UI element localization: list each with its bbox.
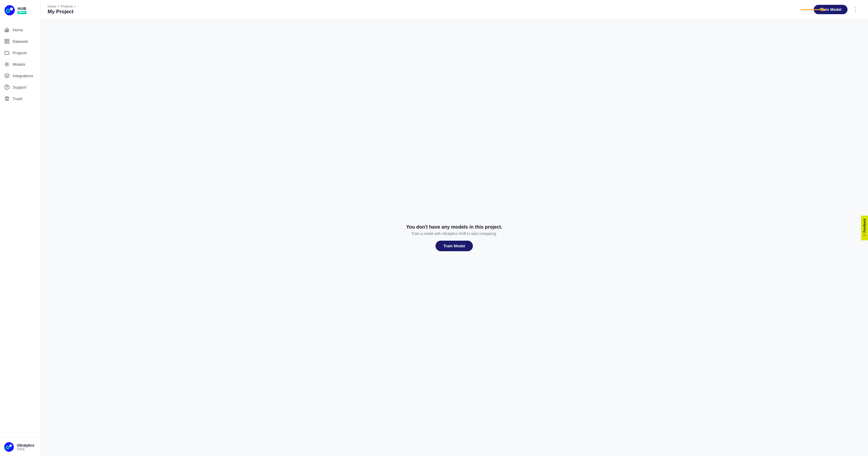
svg-rect-6 [5, 42, 6, 44]
logo-beta-badge: BETA [18, 11, 27, 14]
user-plan: FREE [17, 448, 34, 451]
logo-area[interactable]: HUB BETA [0, 0, 40, 22]
datasets-icon [4, 38, 10, 44]
svg-point-13 [9, 445, 12, 447]
user-footer[interactable]: Ultralytics FREE [0, 437, 40, 456]
svg-point-8 [6, 64, 8, 65]
projects-icon [4, 50, 10, 56]
avatar [4, 442, 14, 452]
svg-rect-4 [5, 39, 6, 41]
svg-point-9 [5, 85, 9, 90]
sidebar-item-support[interactable]: Support [0, 81, 40, 93]
header: Home > Projects > My Project Train Model… [40, 0, 868, 19]
user-info: Ultralytics FREE [17, 443, 34, 451]
trash-icon [4, 96, 10, 101]
empty-state-subtitle: Train a model with Ultralytics HUB to st… [411, 232, 497, 236]
sidebar-item-home-label: Home [13, 28, 23, 32]
breadcrumb-section: Home > Projects > My Project [48, 4, 76, 15]
logo-hub-label: HUB [18, 7, 27, 10]
ultralytics-logo-icon [4, 5, 15, 16]
sidebar-item-models[interactable]: Models [0, 58, 40, 70]
sidebar-item-projects[interactable]: Projects [0, 47, 40, 58]
svg-point-2 [10, 7, 13, 10]
feedback-emoji: 😊 [863, 234, 866, 237]
sidebar: HUB BETA Home Datasets Projects [0, 0, 40, 456]
more-options-button[interactable]: ⋮ [850, 5, 861, 14]
sidebar-item-integrations-label: Integrations [13, 74, 33, 78]
svg-point-14 [7, 447, 8, 449]
content-area: You don't have any models in this projec… [40, 19, 868, 456]
header-actions: Train Model ⋮ [814, 5, 861, 14]
arrow-annotation [801, 9, 825, 10]
sidebar-item-trash[interactable]: Trash [0, 93, 40, 104]
feedback-wrapper: 😊 Feedback [861, 216, 868, 240]
more-icon: ⋮ [853, 7, 858, 13]
home-icon [4, 27, 10, 33]
arrow-line [801, 9, 825, 10]
svg-rect-7 [7, 42, 9, 44]
integrations-icon [4, 73, 10, 78]
sidebar-item-projects-label: Projects [13, 51, 27, 55]
sidebar-item-trash-label: Trash [13, 96, 23, 101]
sidebar-item-datasets-label: Datasets [13, 39, 28, 44]
empty-state: You don't have any models in this projec… [406, 224, 502, 251]
breadcrumb-sep2: > [74, 4, 76, 8]
main-content: Home > Projects > My Project Train Model… [40, 0, 868, 456]
sidebar-item-models-label: Models [13, 62, 25, 67]
support-icon [4, 84, 10, 90]
empty-state-title: You don't have any models in this projec… [406, 224, 502, 230]
breadcrumb-sep1: > [58, 4, 59, 8]
breadcrumb-home[interactable]: Home [48, 4, 56, 8]
sidebar-item-datasets[interactable]: Datasets [0, 36, 40, 47]
feedback-label: Feedback [863, 219, 866, 232]
sidebar-item-home[interactable]: Home [0, 24, 40, 36]
breadcrumb: Home > Projects > [48, 4, 76, 8]
svg-rect-5 [7, 39, 9, 41]
models-icon [4, 61, 10, 67]
page-title: My Project [48, 9, 76, 15]
sidebar-nav: Home Datasets Projects Models [0, 22, 40, 437]
sidebar-item-integrations[interactable]: Integrations [0, 70, 40, 81]
empty-train-model-button[interactable]: Train Model [435, 241, 473, 251]
sidebar-item-support-label: Support [13, 85, 27, 90]
user-name: Ultralytics [17, 443, 34, 448]
svg-point-3 [7, 10, 9, 12]
feedback-button[interactable]: 😊 Feedback [861, 216, 868, 240]
logo-text: HUB BETA [18, 7, 27, 14]
breadcrumb-projects[interactable]: Projects [61, 4, 73, 8]
